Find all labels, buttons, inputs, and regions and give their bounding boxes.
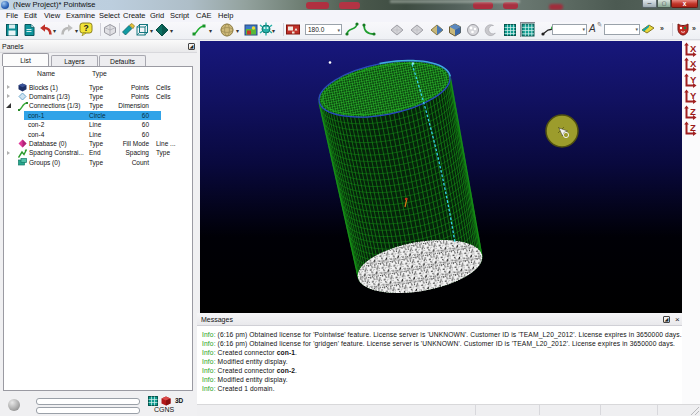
svg-text:Z: Z: [690, 122, 696, 133]
svg-text:Y: Y: [690, 89, 697, 100]
svg-text:Y: Y: [690, 73, 697, 84]
svg-text:X: X: [690, 57, 697, 68]
svg-text:Z: Z: [690, 105, 696, 116]
svg-text:?: ?: [83, 23, 88, 33]
svg-text:X: X: [690, 42, 697, 53]
